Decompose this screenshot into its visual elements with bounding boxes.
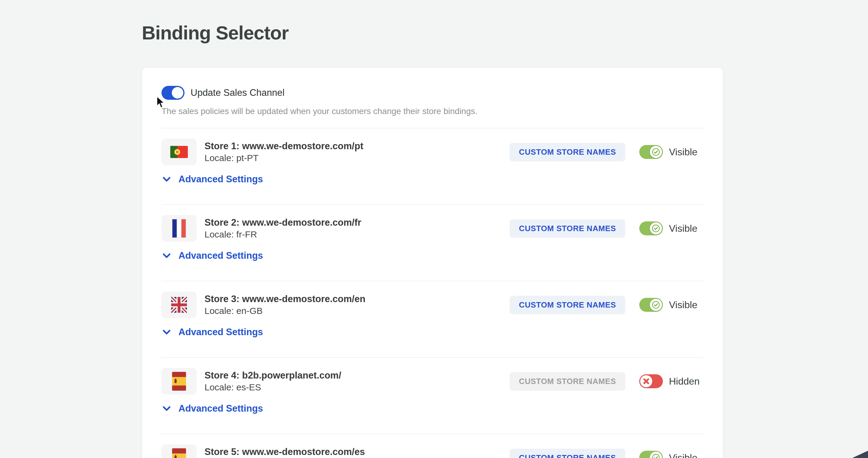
store-row: Store 5: www.we-demostore.com/es Locale:… — [161, 445, 704, 458]
store-name: Store 1: www.we-demostore.com/pt — [205, 140, 363, 152]
store-section-4: Store 4: b2b.powerplanet.com/ Locale: es… — [161, 357, 704, 434]
check-icon — [652, 148, 660, 156]
advanced-settings-link[interactable]: Advanced Settings — [161, 174, 263, 185]
toggle-knob — [172, 87, 183, 98]
store-text: Store 2: www.we-demostore.com/fr Locale:… — [205, 217, 361, 240]
advanced-settings-link[interactable]: Advanced Settings — [161, 327, 263, 338]
chevron-down-icon — [161, 174, 172, 184]
flag-tile — [161, 445, 197, 458]
spacer — [161, 116, 704, 128]
flag-pt-icon — [170, 146, 188, 158]
update-sales-channel-row: Update Sales Channel — [161, 86, 704, 100]
store-list: Store 1: www.we-demostore.com/pt Locale:… — [161, 128, 704, 458]
chevron-down-icon — [161, 327, 172, 337]
flag-gb-icon — [171, 296, 187, 313]
x-icon — [642, 377, 650, 385]
store-locale: Locale: en-GB — [205, 305, 365, 317]
custom-store-names-button[interactable]: CUSTOM STORE NAMES — [509, 143, 625, 161]
page-title: Binding Selector — [142, 22, 289, 44]
binding-selector-page: Binding Selector Update Sales Channel Th… — [0, 0, 868, 458]
visibility-toggle[interactable] — [639, 222, 663, 235]
visibility-toggle[interactable] — [639, 451, 663, 458]
store-row: Store 2: www.we-demostore.com/fr Locale:… — [161, 215, 704, 242]
store-row: Store 4: b2b.powerplanet.com/ Locale: es… — [161, 368, 704, 395]
check-icon — [652, 225, 660, 232]
store-locale: Locale: pt-PT — [205, 152, 363, 164]
flag-tile — [161, 368, 197, 395]
visibility-group: Visible — [639, 451, 704, 458]
store-locale: Locale: es-ES — [205, 381, 341, 393]
store-row: Store 1: www.we-demostore.com/pt Locale:… — [161, 139, 704, 165]
visibility-label: Visible — [669, 223, 698, 234]
store-name: Store 4: b2b.powerplanet.com/ — [205, 369, 341, 381]
visibility-label: Visible — [669, 146, 698, 158]
store-row: Store 3: www.we-demostore.com/en Locale:… — [161, 291, 704, 318]
custom-store-names-button[interactable]: CUSTOM STORE NAMES — [509, 296, 625, 314]
custom-store-names-button: CUSTOM STORE NAMES — [509, 372, 625, 391]
visibility-group: Visible — [639, 145, 704, 159]
chevron-down-icon — [161, 251, 172, 261]
visibility-toggle[interactable] — [639, 298, 663, 312]
store-text: Store 5: www.we-demostore.com/es Locale:… — [205, 446, 365, 458]
visibility-label: Visible — [669, 299, 698, 311]
custom-store-names-button[interactable]: CUSTOM STORE NAMES — [509, 219, 625, 238]
check-icon — [652, 454, 660, 458]
store-section-3: Store 3: www.we-demostore.com/en Locale:… — [161, 281, 704, 357]
visibility-group: Visible — [639, 222, 704, 235]
advanced-settings-label: Advanced Settings — [179, 327, 263, 338]
chevron-down-icon — [161, 403, 172, 414]
flag-tile — [161, 139, 197, 165]
advanced-settings-label: Advanced Settings — [179, 174, 263, 185]
store-name: Store 3: www.we-demostore.com/en — [205, 293, 365, 305]
update-sales-channel-label: Update Sales Channel — [191, 87, 284, 98]
update-sales-channel-description: The sales policies will be updated when … — [161, 107, 704, 116]
flag-es-icon — [172, 372, 186, 391]
visibility-group: Visible — [639, 298, 704, 312]
advanced-settings-link[interactable]: Advanced Settings — [161, 250, 263, 261]
store-text: Store 4: b2b.powerplanet.com/ Locale: es… — [205, 369, 341, 393]
store-locale: Locale: fr-FR — [205, 229, 361, 240]
store-name: Store 2: www.we-demostore.com/fr — [205, 217, 361, 229]
store-text: Store 3: www.we-demostore.com/en Locale:… — [205, 293, 365, 317]
store-section-1: Store 1: www.we-demostore.com/pt Locale:… — [161, 128, 704, 204]
binding-selector-card: Update Sales Channel The sales policies … — [142, 67, 723, 458]
store-section-2: Store 2: www.we-demostore.com/fr Locale:… — [161, 204, 704, 281]
corner-widget-fragment — [852, 451, 868, 458]
visibility-toggle[interactable] — [639, 145, 663, 159]
advanced-settings-label: Advanced Settings — [179, 250, 263, 261]
store-section-5: Store 5: www.we-demostore.com/es Locale:… — [161, 434, 704, 458]
advanced-settings-label: Advanced Settings — [179, 403, 263, 414]
flag-es-icon — [172, 448, 186, 458]
custom-store-names-button[interactable]: CUSTOM STORE NAMES — [509, 449, 625, 458]
visibility-label: Hidden — [669, 376, 700, 387]
flag-fr-icon — [172, 219, 186, 238]
visibility-toggle[interactable] — [639, 374, 663, 388]
visibility-label: Visible — [669, 452, 698, 458]
store-text: Store 1: www.we-demostore.com/pt Locale:… — [205, 140, 363, 164]
check-icon — [652, 301, 660, 309]
advanced-settings-link[interactable]: Advanced Settings — [161, 403, 263, 414]
visibility-group: Hidden — [639, 374, 704, 388]
mouse-cursor-icon — [156, 96, 167, 110]
flag-tile — [161, 291, 197, 318]
store-name: Store 5: www.we-demostore.com/es — [205, 446, 365, 458]
flag-tile — [161, 215, 197, 242]
